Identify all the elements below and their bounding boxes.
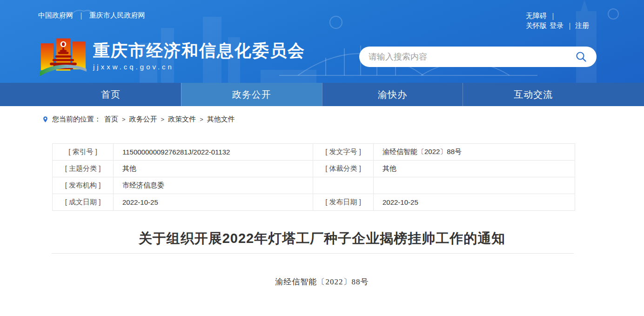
emblem-icon	[40, 35, 87, 76]
search-button[interactable]	[575, 51, 587, 63]
meta-label-index-no: [ 索引号 ]	[53, 144, 114, 161]
link-care-version[interactable]: 关怀版	[526, 21, 547, 29]
site-banner: 中国政府网 ｜ 重庆市人民政府网 无障碍｜ 关怀版登录｜ 注册	[0, 0, 644, 83]
breadcrumb-prefix: 您当前的位置：	[52, 115, 101, 124]
meta-label-issuing-agency: [ 发布机构 ]	[53, 177, 114, 194]
main-nav: 首页 政务公开 渝快办 互动交流	[0, 83, 644, 106]
table-row: [ 主题分类 ] 其他 [ 体裁分类 ] 其他	[53, 161, 575, 177]
breadcrumb-item-home[interactable]: 首页	[104, 115, 118, 124]
link-accessibility[interactable]: 无障碍	[526, 12, 547, 20]
meta-label-genre-category: [ 体裁分类 ]	[313, 161, 374, 177]
topbar-separator: ｜	[78, 11, 85, 20]
meta-value-written-date: 2022-10-25	[114, 194, 313, 211]
search-icon	[575, 51, 587, 63]
topbar-separator: ｜	[550, 12, 557, 20]
article-title: 关于组织开展2022年灯塔工厂种子企业揭榜挂帅工作的通知	[38, 230, 606, 247]
search-bar	[359, 47, 597, 67]
breadcrumb-item-other-files[interactable]: 其他文件	[207, 115, 235, 124]
doc-meta-table: [ 索引号 ] 11500000009276281J/2022-01132 [ …	[52, 143, 575, 211]
site-logo[interactable]	[40, 35, 87, 76]
meta-label-written-date: [ 成文日期 ]	[53, 194, 114, 211]
topbar-separator: ｜	[566, 21, 573, 29]
link-chongqing-gov[interactable]: 重庆市人民政府网	[89, 11, 145, 20]
breadcrumb-item-gov-disclosure[interactable]: 政务公开	[129, 115, 157, 124]
breadcrumb-separator: >	[122, 116, 126, 123]
meta-value-empty	[374, 177, 575, 194]
breadcrumb-item-policy-files[interactable]: 政策文件	[168, 115, 196, 124]
main-content: 您当前的位置： 首页 > 政务公开 > 政策文件 > 其他文件 [ 索引号 ] …	[38, 115, 606, 287]
meta-label-empty	[313, 177, 374, 194]
table-row: [ 索引号 ] 11500000009276281J/2022-01132 [ …	[53, 144, 575, 161]
breadcrumb-separator: >	[200, 116, 203, 123]
title-divider	[52, 253, 574, 254]
topbar-left-links: 中国政府网 ｜ 重庆市人民政府网	[38, 11, 145, 20]
site-title: 重庆市经济和信息化委员会	[93, 41, 305, 61]
meta-label-doc-symbol: [ 发文字号 ]	[313, 144, 374, 161]
doc-number: 渝经信智能〔2022〕88号	[38, 276, 606, 287]
breadcrumb-separator: >	[161, 116, 165, 123]
site-url: jjxxw.cq.gov.cn	[93, 63, 305, 71]
link-login[interactable]: 登录	[550, 21, 564, 29]
table-row: [ 成文日期 ] 2022-10-25 [ 发布日期 ] 2022-10-25	[53, 194, 575, 211]
meta-value-publish-date: 2022-10-25	[374, 194, 575, 211]
nav-item-interaction[interactable]: 互动交流	[463, 83, 604, 106]
breadcrumb: 您当前的位置： 首页 > 政务公开 > 政策文件 > 其他文件	[38, 115, 606, 124]
search-input[interactable]	[369, 52, 575, 62]
meta-label-topic-category: [ 主题分类 ]	[53, 161, 114, 177]
table-row: [ 发布机构 ] 市经济信息委	[53, 177, 575, 194]
nav-item-home[interactable]: 首页	[40, 83, 181, 106]
topbar-right-links: 无障碍｜ 关怀版登录｜ 注册	[526, 11, 597, 30]
link-register[interactable]: 注册	[575, 21, 589, 29]
meta-value-doc-symbol: 渝经信智能〔2022〕88号	[374, 144, 575, 161]
meta-value-genre-category: 其他	[374, 161, 575, 177]
nav-item-yukuaiban[interactable]: 渝快办	[322, 83, 463, 106]
meta-value-index-no: 11500000009276281J/2022-01132	[114, 144, 313, 161]
meta-value-topic-category: 其他	[114, 161, 313, 177]
nav-item-gov-disclosure[interactable]: 政务公开	[181, 83, 322, 106]
link-china-gov[interactable]: 中国政府网	[38, 11, 73, 20]
meta-value-issuing-agency: 市经济信息委	[114, 177, 313, 194]
meta-label-publish-date: [ 发布日期 ]	[313, 194, 374, 211]
location-pin-icon	[42, 115, 49, 123]
